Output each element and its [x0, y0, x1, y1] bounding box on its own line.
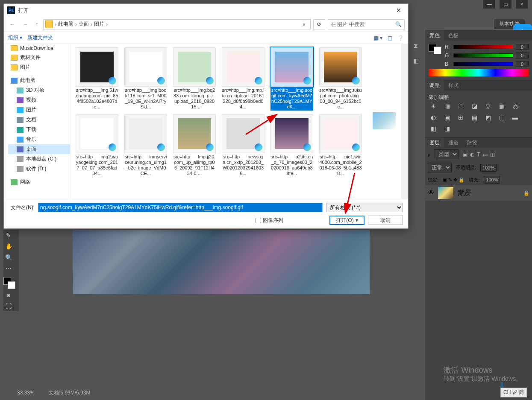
hue-icon[interactable]: ▦: [497, 103, 506, 110]
filetype-select[interactable]: 所有格式 (*.*): [326, 203, 403, 212]
file-item[interactable]: src=http___imgservice.suning.cn_uimg1_b2…: [123, 114, 169, 177]
invert-icon[interactable]: ◩: [483, 114, 493, 121]
r-slider[interactable]: [453, 45, 513, 49]
open-button[interactable]: 打开(O) ▾: [329, 216, 364, 225]
tree-disk-d[interactable]: 软件 (D:): [8, 164, 70, 174]
photo-icon[interactable]: ▣: [442, 114, 452, 121]
tree-video[interactable]: 视频: [8, 95, 70, 105]
file-item[interactable]: src=http___img.mp.itc.cn_upload_20161228…: [220, 47, 266, 111]
visibility-icon[interactable]: 👁: [428, 189, 435, 197]
hand-tool[interactable]: ✋: [3, 241, 14, 251]
breadcrumb-dropdown[interactable]: ∨: [300, 21, 309, 27]
tree-desktop[interactable]: 桌面: [8, 144, 70, 154]
vibrance-icon[interactable]: ▽: [483, 103, 493, 110]
b-input[interactable]: [516, 61, 529, 67]
folder-tree[interactable]: MusicDownloa 素材文件 图片 此电脑 3D 对象 视频 图片 文档 …: [4, 44, 71, 199]
mixer-icon[interactable]: ⊞: [456, 114, 465, 121]
file-item[interactable]: src=http___img.51wendang.com_pic_854f850…: [74, 47, 120, 111]
breadcrumb[interactable]: › 此电脑› 桌面› 图片› ∨: [43, 19, 311, 29]
eyedropper-tool[interactable]: ✎: [3, 230, 14, 240]
file-item[interactable]: src=http___img.tukuppt.com_photo-big_00_…: [317, 47, 364, 111]
g-slider[interactable]: [453, 53, 513, 58]
zoom-tool[interactable]: 🔍: [3, 252, 14, 263]
background-swatch[interactable]: [8, 281, 15, 289]
preview-pane-button[interactable]: ◫: [388, 35, 392, 41]
search-input[interactable]: [331, 21, 391, 27]
bw-icon[interactable]: ◐: [429, 114, 438, 121]
tree-downloads[interactable]: 下载: [8, 125, 70, 134]
kind-select[interactable]: 类型: [435, 149, 459, 159]
file-item[interactable]: src=http___news.cjn.cn_xxtp_201203_W0201…: [220, 114, 266, 177]
nav-back-button[interactable]: ←: [7, 21, 18, 27]
file-item[interactable]: src=http___img.soogif.com_kywAedM7nC25ho…: [269, 47, 315, 111]
view-mode-button[interactable]: ▦ ▾: [374, 35, 382, 41]
g-input[interactable]: [516, 53, 529, 58]
history-icon[interactable]: ⧗: [409, 41, 423, 51]
tree-3d[interactable]: 3D 对象: [8, 85, 70, 95]
lut-icon[interactable]: ▤: [470, 114, 479, 121]
tab-adjustments[interactable]: 调整: [425, 80, 444, 91]
exposure-icon[interactable]: ◪: [470, 103, 479, 110]
fill-value[interactable]: 100%: [484, 176, 500, 184]
tab-layers[interactable]: 图层: [425, 137, 444, 148]
scrollbar[interactable]: [401, 44, 408, 199]
close-button[interactable]: ×: [516, 0, 528, 9]
dialog-close-button[interactable]: ✕: [393, 6, 405, 15]
lock-icons[interactable]: ▣ ✎ ✥ 🔒: [443, 177, 464, 183]
r-input[interactable]: [516, 44, 529, 50]
file-item[interactable]: src=http___img.book118.com_sr1_M00_19_0E…: [123, 47, 169, 111]
tree-images[interactable]: 图片: [8, 105, 70, 115]
filter-adj-icon[interactable]: ◐: [470, 152, 474, 158]
crumb-1[interactable]: 桌面: [79, 20, 89, 28]
tree-computer[interactable]: 此电脑: [8, 76, 70, 85]
b-slider[interactable]: [453, 62, 513, 66]
search-box[interactable]: 🔍: [328, 19, 405, 29]
filename-input[interactable]: [38, 203, 322, 212]
file-item[interactable]: src=http___p2.itc.cn_q_70_images03_20200…: [269, 114, 315, 177]
tab-styles[interactable]: 样式: [444, 80, 463, 91]
opacity-value[interactable]: 100%: [480, 164, 497, 172]
tree-disk-c[interactable]: 本地磁盘 (C:): [8, 154, 70, 164]
minimize-button[interactable]: —: [483, 0, 495, 9]
poster-icon[interactable]: ◫: [497, 114, 506, 121]
edit-toolbar[interactable]: ⋯: [3, 263, 14, 274]
curves-icon[interactable]: ⬚: [456, 103, 465, 110]
maximize-button[interactable]: ▭: [500, 0, 511, 9]
tree-musicdownloads[interactable]: MusicDownloa: [8, 44, 70, 53]
search-icon[interactable]: 🔍: [395, 21, 402, 27]
file-grid[interactable]: src=http___img.51wendang.com_pic_854f850…: [71, 44, 367, 199]
layer-row[interactable]: 👁 背景 🔒: [425, 185, 532, 201]
tab-swatches[interactable]: 色板: [444, 30, 463, 41]
image-sequence-checkbox[interactable]: [256, 218, 261, 223]
file-item[interactable]: src=http___img.bq233.com_kanqq_pic_uploa…: [171, 47, 218, 111]
ime-indicator[interactable]: CH 🖊 简: [500, 388, 527, 397]
levels-icon[interactable]: ▥: [442, 103, 452, 110]
tree-network[interactable]: 网络: [8, 177, 70, 187]
filter-type-icon[interactable]: T: [477, 152, 480, 158]
canvas[interactable]: [73, 230, 370, 294]
layer-name[interactable]: 背景: [457, 189, 520, 198]
tab-paths[interactable]: 路径: [463, 137, 482, 148]
crumb-2[interactable]: 图片: [94, 20, 104, 28]
cancel-button[interactable]: 取消: [368, 216, 403, 225]
filter-shape-icon[interactable]: ▭: [483, 152, 488, 158]
screenmode-tool[interactable]: ⛶: [3, 301, 14, 311]
tree-material[interactable]: 素材文件: [8, 53, 70, 62]
help-button[interactable]: ❔: [397, 35, 404, 41]
file-item[interactable]: src=http___pic1.win4000.com_mobile_2018-…: [317, 114, 364, 177]
tree-pictures[interactable]: 图片: [8, 62, 70, 72]
brightness-icon[interactable]: ☀: [429, 103, 438, 110]
refresh-button[interactable]: ⟳: [313, 19, 325, 29]
layer-thumbnail[interactable]: [438, 187, 453, 199]
tab-color[interactable]: 颜色: [425, 30, 444, 41]
quickmask-tool[interactable]: ◙: [3, 290, 14, 300]
color-swatches[interactable]: [3, 277, 15, 289]
properties-icon[interactable]: ◧: [409, 55, 423, 66]
panel-swatch[interactable]: [429, 44, 441, 67]
blend-mode-select[interactable]: 正常: [428, 163, 452, 172]
crumb-0[interactable]: 此电脑: [58, 20, 73, 28]
nav-forward-button[interactable]: →: [20, 21, 30, 27]
spectrum-bar[interactable]: [429, 69, 529, 76]
thresh-icon[interactable]: ▬: [511, 114, 520, 121]
zoom-level[interactable]: 33.33%: [17, 390, 35, 396]
